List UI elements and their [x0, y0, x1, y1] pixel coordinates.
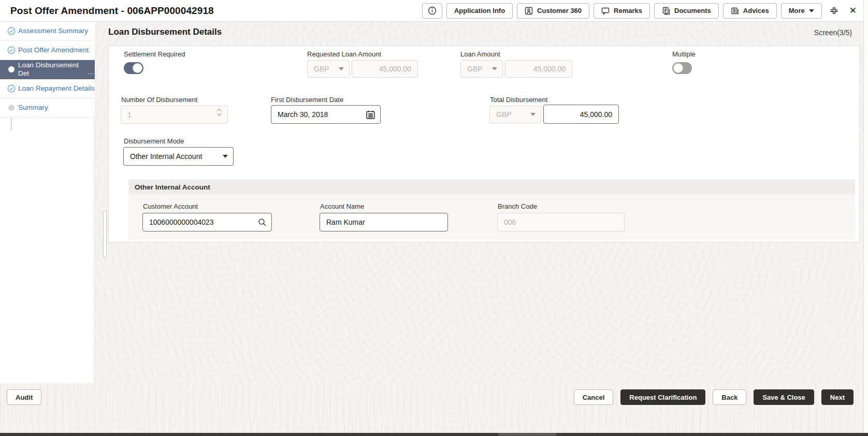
- right-scrollbar-track[interactable]: [863, 0, 868, 433]
- footer-actions: Cancel Request Clarification Back Save &…: [574, 389, 853, 405]
- first-disbursement-date-input[interactable]: [271, 105, 381, 124]
- other-internal-account-section: Other Internal Account Customer Account …: [128, 180, 855, 240]
- customer-account-input[interactable]: [142, 213, 272, 231]
- close-glyph: ✕: [849, 6, 857, 15]
- audit-label: Audit: [16, 394, 33, 401]
- documents-button[interactable]: Documents: [654, 3, 719, 19]
- top-toolbar: Application Info Customer 360 Remarks: [422, 3, 868, 19]
- loan-amount-currency-select: GBP: [460, 60, 503, 78]
- chevron-up-icon: [216, 108, 222, 112]
- horizontal-scrollbar-thumb[interactable]: [498, 433, 556, 436]
- sidebar-item-label: Summary: [18, 104, 48, 112]
- settlement-required-toggle[interactable]: [124, 62, 143, 74]
- back-button[interactable]: Back: [713, 389, 746, 405]
- app-window: Post Offer Amendment - 006APP000042918 A…: [0, 0, 868, 436]
- sidebar-item-assessment-summary[interactable]: Assessment Summary: [0, 22, 95, 41]
- advices-icon: [731, 7, 739, 15]
- info-circle-icon: [428, 6, 437, 15]
- person-badge-icon: [525, 7, 533, 15]
- close-icon[interactable]: ✕: [846, 3, 860, 19]
- chevron-down-icon: [530, 113, 536, 116]
- customer-360-button[interactable]: Customer 360: [517, 3, 589, 19]
- date-value[interactable]: [271, 106, 380, 123]
- info-button[interactable]: [422, 3, 442, 19]
- sidebar-item-post-offer-amendment[interactable]: Post Offer Amendment: [0, 41, 95, 60]
- loan-amount-label: Loan Amount: [460, 50, 500, 58]
- multiple-label: Multiple: [672, 50, 696, 58]
- currency-value: GBP: [308, 65, 339, 73]
- amount-value[interactable]: [544, 105, 618, 123]
- documents-label: Documents: [674, 7, 711, 14]
- toggle-knob: [133, 63, 142, 73]
- audit-button[interactable]: Audit: [7, 389, 41, 405]
- disbursement-mode-select[interactable]: Other Internal Account: [123, 147, 234, 166]
- currency-value: GBP: [490, 110, 530, 119]
- back-label: Back: [721, 394, 737, 401]
- sidebar-item-loan-disbursement-details[interactable]: Loan Disbursement Det...: [0, 60, 95, 79]
- total-disbursement-label: Total Disbursement: [490, 96, 547, 104]
- wizard-sidebar: Assessment Summary Post Offer Amendment …: [0, 22, 95, 383]
- calendar-icon[interactable]: [366, 110, 375, 120]
- search-icon[interactable]: [258, 218, 267, 227]
- loan-amount-input: [505, 60, 572, 78]
- requested-loan-currency-select: GBP: [307, 60, 350, 78]
- select-value: Other Internal Account: [124, 152, 223, 161]
- check-circle-icon: [7, 46, 16, 54]
- customer-account-value[interactable]: [143, 213, 271, 231]
- account-name-input[interactable]: [320, 213, 448, 231]
- check-circle-icon: [7, 27, 16, 35]
- page-title: Post Offer Amendment - 006APP000042918: [0, 5, 214, 17]
- advices-button[interactable]: Advices: [723, 3, 777, 19]
- requested-loan-amount-label: Requested Loan Amount: [307, 50, 381, 58]
- check-circle-icon: [7, 84, 16, 93]
- pending-circle-icon: [7, 104, 16, 112]
- sidebar-item-summary[interactable]: Summary: [0, 98, 95, 118]
- customer-360-label: Customer 360: [537, 7, 582, 14]
- sidebar-item-label: Post Offer Amendment: [18, 46, 89, 54]
- sidebar-item-loan-repayment-details[interactable]: Loan Repayment Details: [0, 79, 95, 98]
- more-button[interactable]: More: [781, 3, 822, 19]
- amount-value: [505, 61, 572, 77]
- sidebar-item-label: Assessment Summary: [18, 27, 88, 35]
- truncation-ellipsis: ...: [88, 68, 95, 76]
- screen-indicator: Screen(3/5): [814, 28, 852, 37]
- chevron-down-icon: [216, 113, 222, 117]
- first-disbursement-date-label: First Disbursement Date: [271, 96, 343, 104]
- more-label: More: [789, 7, 805, 14]
- application-info-button[interactable]: Application Info: [446, 3, 513, 19]
- section-title: Other Internal Account: [128, 183, 210, 191]
- chevron-down-icon: [809, 9, 814, 12]
- total-disbursement-amount-input[interactable]: [543, 105, 619, 124]
- chevron-down-icon: [223, 155, 228, 158]
- branch-code-value: [498, 213, 624, 231]
- form-card: Settlement Required Requested Loan Amoun…: [108, 46, 860, 242]
- settlement-required-label: Settlement Required: [124, 50, 185, 58]
- request-clarification-button[interactable]: Request Clarification: [620, 389, 705, 405]
- cancel-button[interactable]: Cancel: [574, 389, 614, 405]
- application-info-label: Application Info: [454, 7, 505, 14]
- disbursement-mode-label: Disbursement Mode: [124, 137, 184, 145]
- advices-label: Advices: [743, 7, 769, 14]
- stepper-value: [121, 106, 227, 123]
- collapse-corners-icon[interactable]: [826, 3, 842, 19]
- chevron-down-icon: [339, 67, 344, 70]
- remarks-button[interactable]: Remarks: [594, 3, 650, 19]
- currency-value: GBP: [461, 65, 492, 73]
- multiple-toggle: [672, 62, 692, 74]
- next-button[interactable]: Next: [821, 389, 853, 405]
- sidebar-item-label: Loan Repayment Details: [18, 84, 95, 93]
- requested-loan-amount-input: [352, 60, 418, 78]
- save-and-close-button[interactable]: Save & Close: [754, 389, 814, 405]
- request-clarification-label: Request Clarification: [629, 394, 697, 401]
- account-name-label: Account Name: [320, 202, 364, 210]
- vertical-scrollbar-thumb[interactable]: [103, 211, 107, 257]
- horizontal-scrollbar[interactable]: [0, 433, 868, 436]
- top-bar: Post Offer Amendment - 006APP000042918 A…: [0, 0, 868, 22]
- cancel-label: Cancel: [583, 394, 605, 401]
- main-panel: Loan Disbursement Details Screen(3/5) Se…: [95, 22, 863, 383]
- number-of-disbursement-label: Number Of Disbursement: [121, 96, 197, 104]
- sidebar-item-label: Loan Disbursement Det: [18, 61, 88, 77]
- number-of-disbursement-stepper: [121, 106, 228, 124]
- toggle-knob: [673, 63, 683, 73]
- account-name-value[interactable]: [320, 213, 447, 231]
